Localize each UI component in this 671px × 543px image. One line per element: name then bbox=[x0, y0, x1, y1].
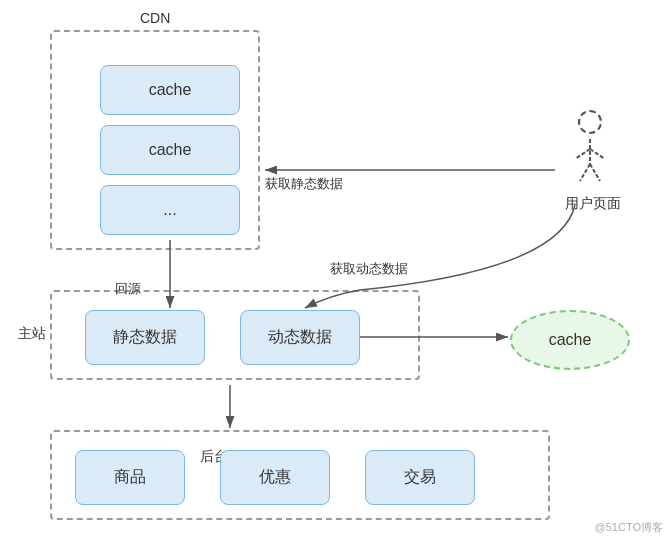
user-label: 用户页面 bbox=[565, 195, 621, 213]
svg-line-2 bbox=[590, 149, 605, 159]
svg-line-1 bbox=[575, 149, 590, 159]
cache-box-2: cache bbox=[100, 125, 240, 175]
svg-line-3 bbox=[580, 164, 590, 181]
cache-cylinder: cache bbox=[510, 310, 630, 370]
cache-box-3: ... bbox=[100, 185, 240, 235]
get-static-label: 获取静态数据 bbox=[265, 175, 343, 193]
get-dynamic-label: 获取动态数据 bbox=[330, 260, 408, 278]
cdn-label: CDN bbox=[140, 10, 170, 26]
watermark: @51CTO博客 bbox=[595, 520, 663, 535]
huiyuan-label: 回源 bbox=[115, 280, 141, 298]
svg-line-4 bbox=[590, 164, 600, 181]
goods-box: 商品 bbox=[75, 450, 185, 505]
cache-box-1: cache bbox=[100, 65, 240, 115]
user-head-icon bbox=[578, 110, 602, 134]
user-body-icon bbox=[570, 134, 610, 184]
diagram: CDN cache cache ... 主站 静态数据 动态数据 cache 后… bbox=[0, 0, 671, 543]
main-label: 主站 bbox=[18, 325, 46, 343]
user-figure bbox=[560, 110, 620, 190]
discount-box: 优惠 bbox=[220, 450, 330, 505]
dynamic-data-box: 动态数据 bbox=[240, 310, 360, 365]
static-data-box: 静态数据 bbox=[85, 310, 205, 365]
trade-box: 交易 bbox=[365, 450, 475, 505]
